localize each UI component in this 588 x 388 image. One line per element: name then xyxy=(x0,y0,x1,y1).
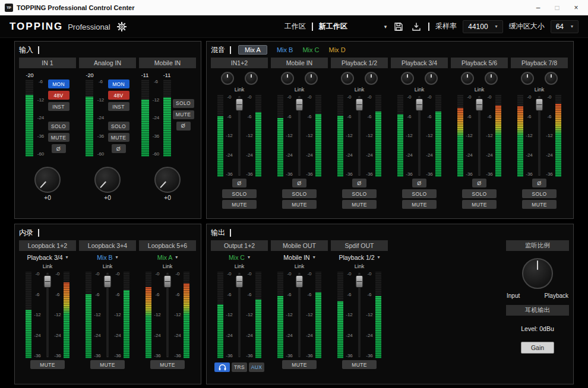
link-toggle[interactable]: Link xyxy=(295,263,305,269)
gain-knob[interactable] xyxy=(94,167,121,193)
volume-fader-handle[interactable] xyxy=(44,275,52,288)
pan-knob-right[interactable] xyxy=(545,72,558,85)
link-toggle[interactable]: Link xyxy=(355,87,365,93)
solo-button[interactable]: SOLO xyxy=(108,122,129,131)
mute-button[interactable]: MUTE xyxy=(150,360,185,369)
link-toggle[interactable]: Link xyxy=(355,263,365,269)
mute-button[interactable]: MUTE xyxy=(402,200,437,209)
volume-fader-handle[interactable] xyxy=(296,98,304,111)
phase-button[interactable]: Ø xyxy=(292,179,306,187)
source-select[interactable]: Mix B▾ xyxy=(97,253,118,262)
source-select[interactable]: Mobile IN▾ xyxy=(283,253,315,262)
phase-button[interactable]: Ø xyxy=(352,179,366,187)
monitor-mix-knob[interactable] xyxy=(522,258,553,289)
link-toggle[interactable]: Link xyxy=(43,263,53,269)
minimize-button[interactable]: – xyxy=(529,1,548,15)
workspace-dropdown-caret[interactable]: ▾ xyxy=(384,24,387,30)
phase-button[interactable]: Ø xyxy=(176,122,191,131)
mon-button[interactable]: MON xyxy=(48,79,69,88)
mute-button[interactable]: MUTE xyxy=(48,133,69,142)
source-select[interactable]: Mix A▾ xyxy=(157,253,178,262)
maximize-button[interactable]: □ xyxy=(548,1,567,15)
link-toggle[interactable]: Link xyxy=(103,263,113,269)
volume-fader-handle[interactable] xyxy=(356,98,363,111)
solo-button[interactable]: SOLO xyxy=(462,189,497,198)
volume-fader-handle[interactable] xyxy=(104,275,112,288)
link-toggle[interactable]: Link xyxy=(415,87,425,93)
pan-knob-right[interactable] xyxy=(365,72,378,85)
volume-fader-handle[interactable] xyxy=(236,275,244,288)
volume-fader-handle[interactable] xyxy=(296,275,304,288)
mute-button[interactable]: MUTE xyxy=(30,360,65,369)
mute-button[interactable]: MUTE xyxy=(522,200,557,209)
inst-button[interactable]: INST xyxy=(48,102,69,111)
link-toggle[interactable]: Link xyxy=(163,263,173,269)
mute-button[interactable]: MUTE xyxy=(108,133,129,142)
mute-button[interactable]: MUTE xyxy=(342,360,377,369)
pan-knob-right[interactable] xyxy=(305,72,318,85)
link-toggle[interactable]: Link xyxy=(475,87,485,93)
buffer-size-select[interactable]: 64 ▾ xyxy=(551,20,578,33)
mix-tab-mix-a[interactable]: Mix A xyxy=(238,45,267,55)
save-workspace-button[interactable] xyxy=(393,21,404,33)
solo-button[interactable]: SOLO xyxy=(48,122,69,131)
inst-button[interactable]: INST xyxy=(108,102,129,111)
sample-rate-select[interactable]: 44100 ▾ xyxy=(463,20,502,33)
gain-knob[interactable] xyxy=(34,167,61,193)
source-select[interactable]: Playback 3/4▾ xyxy=(27,253,68,262)
gain-knob[interactable] xyxy=(154,167,181,193)
close-button[interactable]: × xyxy=(567,1,586,15)
48v-button[interactable]: 48V xyxy=(48,91,69,100)
mix-tab-mix-d[interactable]: Mix D xyxy=(329,46,346,53)
headphone-button[interactable] xyxy=(214,362,230,372)
volume-fader-handle[interactable] xyxy=(164,275,172,288)
mute-button[interactable]: MUTE xyxy=(282,360,317,369)
mute-button[interactable]: MUTE xyxy=(222,200,257,209)
phase-button[interactable]: Ø xyxy=(52,144,66,153)
link-toggle[interactable]: Link xyxy=(235,87,245,93)
aux-button[interactable]: AUX xyxy=(249,362,264,372)
phase-button[interactable]: Ø xyxy=(232,179,246,187)
link-toggle[interactable]: Link xyxy=(535,87,545,93)
solo-button[interactable]: SOLO xyxy=(222,189,257,198)
link-toggle[interactable]: Link xyxy=(235,263,245,269)
titlebar[interactable]: TP TOPPING Professional Control Center –… xyxy=(0,0,588,15)
solo-button[interactable]: SOLO xyxy=(522,189,557,198)
pan-knob-left[interactable] xyxy=(461,72,474,85)
mute-button[interactable]: MUTE xyxy=(342,200,377,209)
solo-button[interactable]: SOLO xyxy=(173,99,194,108)
settings-gear-button[interactable] xyxy=(116,21,127,32)
link-toggle[interactable]: Link xyxy=(295,87,305,93)
pan-knob-left[interactable] xyxy=(401,72,414,85)
mute-button[interactable]: MUTE xyxy=(173,110,194,119)
export-workspace-button[interactable] xyxy=(410,21,422,33)
pan-knob-right[interactable] xyxy=(245,72,258,85)
pan-knob-left[interactable] xyxy=(221,72,234,85)
volume-fader-handle[interactable] xyxy=(236,98,244,111)
mute-button[interactable]: MUTE xyxy=(462,200,497,209)
mute-button[interactable]: MUTE xyxy=(90,360,125,369)
pan-knob-left[interactable] xyxy=(521,72,534,85)
phase-button[interactable]: Ø xyxy=(112,144,126,153)
mute-button[interactable]: MUTE xyxy=(282,200,317,209)
solo-button[interactable]: SOLO xyxy=(282,189,317,198)
solo-button[interactable]: SOLO xyxy=(402,189,437,198)
mix-tab-mix-b[interactable]: Mix B xyxy=(277,46,293,53)
source-select[interactable]: Playback 1/2▾ xyxy=(339,253,380,262)
volume-fader-handle[interactable] xyxy=(536,98,543,111)
volume-fader-handle[interactable] xyxy=(476,98,483,111)
48v-button[interactable]: 48V xyxy=(108,91,129,100)
gain-button[interactable]: Gain xyxy=(521,342,554,354)
solo-button[interactable]: SOLO xyxy=(342,189,377,198)
pan-knob-right[interactable] xyxy=(485,72,498,85)
volume-fader-handle[interactable] xyxy=(416,98,423,111)
mon-button[interactable]: MON xyxy=(108,79,129,88)
trs-button[interactable]: TRS xyxy=(232,362,247,372)
phase-button[interactable]: Ø xyxy=(472,179,486,187)
source-select[interactable]: Mix C▾ xyxy=(229,253,250,262)
volume-fader-handle[interactable] xyxy=(356,275,363,288)
mix-tab-mix-c[interactable]: Mix C xyxy=(302,46,319,53)
phase-button[interactable]: Ø xyxy=(412,179,426,187)
phase-button[interactable]: Ø xyxy=(532,179,546,187)
pan-knob-right[interactable] xyxy=(425,72,438,85)
